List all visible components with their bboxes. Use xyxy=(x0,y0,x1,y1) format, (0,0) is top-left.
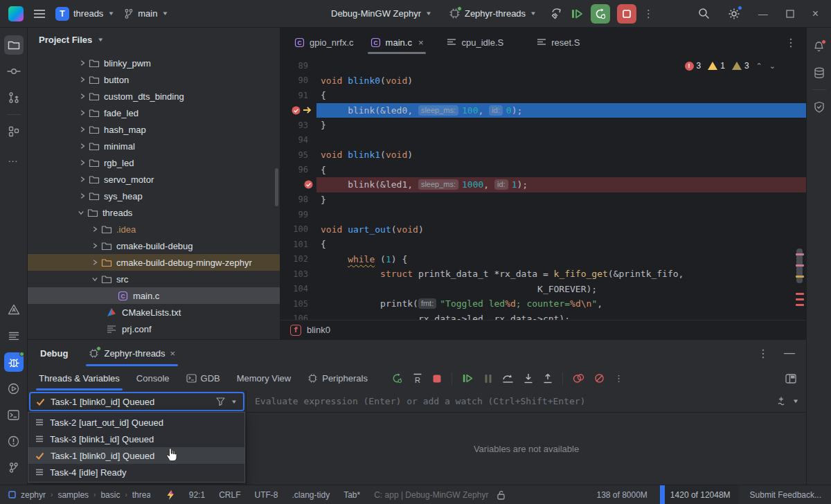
tree-item-cmakelists-txt[interactable]: CMakeLists.txt xyxy=(28,304,280,321)
code-line-102[interactable]: 102 while (1) { xyxy=(280,252,806,267)
chevron-right-icon[interactable] xyxy=(76,126,89,133)
power-save-icon[interactable] xyxy=(166,489,175,501)
chevron-right-icon[interactable] xyxy=(89,259,101,266)
view-peripherals[interactable]: Peripherals xyxy=(307,366,368,390)
tree-item-servo-motor[interactable]: servo_motor xyxy=(28,171,280,188)
breakpoint-gutter[interactable] xyxy=(280,103,316,118)
search-icon[interactable] xyxy=(698,8,710,19)
project-panel-header[interactable]: Project Files ▼ xyxy=(28,28,280,51)
chevron-right-icon[interactable] xyxy=(76,176,89,183)
indent-status[interactable]: Tab* xyxy=(343,490,360,500)
rerun-debug-button[interactable] xyxy=(591,4,610,24)
structure-tool-button[interactable] xyxy=(4,122,24,141)
breadcrumb-function-name[interactable]: blink0 xyxy=(307,325,330,335)
mute-breakpoints-icon[interactable] xyxy=(594,373,605,384)
line-number[interactable]: 104 xyxy=(280,282,316,297)
lock-open-icon[interactable] xyxy=(497,490,506,500)
clang-tidy-status[interactable]: .clang-tidy xyxy=(292,490,330,500)
caret-position[interactable]: 92:1 xyxy=(189,490,205,500)
line-number[interactable]: 100 xyxy=(280,222,316,237)
settings-gear-icon[interactable] xyxy=(728,8,740,20)
tree-item-threads[interactable]: threads xyxy=(28,204,280,221)
line-number[interactable]: 101 xyxy=(280,237,316,252)
tree-item-prj-conf[interactable]: prj.conf xyxy=(28,321,280,337)
tree-item-sys-heap[interactable]: sys_heap xyxy=(28,188,280,204)
code-line-98[interactable]: 98} xyxy=(280,192,806,208)
line-number[interactable]: 90 xyxy=(280,73,316,89)
chevron-down-icon[interactable]: ▼ xyxy=(231,399,238,405)
code-area[interactable]: !3 1 3 ⌃ ⌄ 8990void blink0(void)91{ blin… xyxy=(280,57,806,320)
code-line-97[interactable]: blink(&led1, sleep_ms:1000, id:1); xyxy=(280,177,806,192)
thread-option[interactable]: Task-4 [idle] Ready xyxy=(28,464,244,480)
view-memory[interactable]: Memory View xyxy=(237,366,292,390)
database-tool-button[interactable] xyxy=(810,63,829,82)
tree-item-button[interactable]: button xyxy=(28,71,280,88)
layout-settings-icon[interactable] xyxy=(785,374,796,384)
evaluate-expression-bar[interactable]: Evaluate expression (Enter) or add a wat… xyxy=(247,390,806,413)
stop-button[interactable] xyxy=(617,4,636,24)
vcs-widget[interactable]: main ▼ xyxy=(124,8,168,19)
more-tools-button[interactable]: … xyxy=(4,148,24,168)
status-breadcrumbs[interactable]: zephyr›samples›basic›threads xyxy=(21,490,150,500)
close-button[interactable]: × xyxy=(812,8,819,20)
breakpoint-gutter[interactable] xyxy=(280,177,316,192)
tab-reset-s[interactable]: reset.S xyxy=(528,28,588,57)
chevron-right-icon[interactable] xyxy=(76,109,89,116)
terminal-tool-button[interactable] xyxy=(4,405,24,424)
line-number[interactable]: 103 xyxy=(280,267,316,282)
prev-problem-icon[interactable]: ⌃ xyxy=(756,62,762,71)
code-line-103[interactable]: 103 struct printk_data_t *rx_data = k_fi… xyxy=(280,267,806,282)
stop-icon[interactable] xyxy=(432,374,442,384)
tab-cpu-idle-s[interactable]: cpu_idle.S xyxy=(438,28,512,57)
chevron-right-icon[interactable] xyxy=(89,226,101,233)
chevron-right-icon[interactable] xyxy=(76,93,89,100)
code-line-94[interactable]: 94 xyxy=(280,133,806,148)
tree-item-rgb-led[interactable]: rgb_led xyxy=(28,154,280,171)
code-line-96[interactable]: 96{ xyxy=(280,163,806,178)
tree-item-minimal[interactable]: minimal xyxy=(28,138,280,154)
line-number[interactable]: 105 xyxy=(280,296,316,312)
tree-item-cmake-build-debug-mingw-zephyr[interactable]: cmake-build-debug-mingw-zephyr xyxy=(28,254,280,271)
status-crumb[interactable]: samples xyxy=(57,490,89,500)
file-encoding[interactable]: UTF-8 xyxy=(254,490,278,500)
line-number[interactable]: 106 xyxy=(280,312,316,321)
view-console[interactable]: Console xyxy=(136,366,170,390)
commit-tool-button[interactable] xyxy=(4,62,24,81)
tree-item-fade-led[interactable]: fade_led xyxy=(28,105,280,121)
close-tab-icon[interactable]: × xyxy=(418,37,424,48)
chevron-down-icon[interactable] xyxy=(75,209,87,216)
thread-option[interactable]: Task-1 [blink0_id] Queued xyxy=(28,447,244,464)
code-line-90[interactable]: 90void blink0(void) xyxy=(280,73,806,89)
tab-options-kebab-icon[interactable]: ⋮ xyxy=(785,36,796,49)
minimize-button[interactable]: — xyxy=(758,8,768,19)
project-tool-button[interactable] xyxy=(4,35,24,55)
line-number[interactable]: 99 xyxy=(280,207,316,222)
step-into-icon[interactable] xyxy=(524,373,533,384)
filter-icon[interactable] xyxy=(216,397,225,406)
view-threads-variables[interactable]: Threads & Variables xyxy=(39,366,120,390)
chevron-right-icon[interactable] xyxy=(76,143,89,150)
memory-indicator[interactable]: 1420 of 12048M xyxy=(660,485,739,504)
status-crumb[interactable]: basic xyxy=(100,490,120,500)
status-crumb[interactable]: zephyr xyxy=(21,490,46,500)
line-endings[interactable]: CRLF xyxy=(219,490,240,500)
code-line-91[interactable]: 91{ xyxy=(280,88,806,103)
ai-assistant-tool-button[interactable] xyxy=(4,300,24,319)
line-number[interactable]: 98 xyxy=(280,192,316,208)
code-line-93[interactable]: 93} xyxy=(280,118,806,133)
rerun-icon[interactable] xyxy=(391,372,403,384)
inspections-widget[interactable]: !3 1 3 ⌃ ⌄ xyxy=(685,61,776,71)
chevron-down-icon[interactable]: ▼ xyxy=(794,398,798,404)
tree-item-src[interactable]: src xyxy=(28,271,280,287)
build-button[interactable] xyxy=(551,8,563,20)
step-out-icon[interactable] xyxy=(543,373,553,384)
pull-requests-tool-button[interactable] xyxy=(4,88,24,107)
line-number[interactable]: 91 xyxy=(280,88,316,103)
git-tool-button[interactable] xyxy=(4,458,24,477)
run-tool-button[interactable] xyxy=(4,379,24,398)
debug-options-kebab-icon[interactable]: ⋮ xyxy=(758,347,769,360)
code-line-101[interactable]: 101{ xyxy=(280,237,806,252)
toolbar-kebab-icon[interactable]: ⋮ xyxy=(614,373,623,384)
resume-icon[interactable] xyxy=(462,373,474,384)
code-line-100[interactable]: 100void uart_out(void) xyxy=(280,222,806,237)
